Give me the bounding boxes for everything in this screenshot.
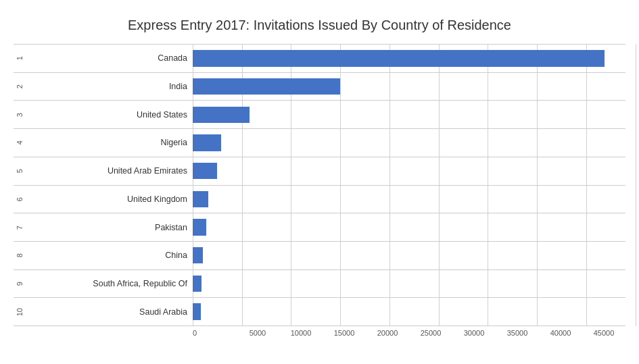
- country-label: United Arab Emirates: [32, 166, 193, 176]
- x-tick: 5000: [236, 329, 279, 337]
- bar-row: [193, 100, 625, 128]
- country-label: China: [32, 251, 193, 260]
- bar: [193, 50, 605, 66]
- bar: [193, 134, 221, 151]
- y-row: 2India: [14, 72, 193, 101]
- x-tick: 30000: [452, 329, 496, 337]
- country-label: Pakistan: [32, 223, 193, 232]
- y-axis-labels: 1Canada2India3United States4Nigeria5Unit…: [14, 44, 193, 326]
- country-label: United States: [32, 110, 193, 120]
- y-row: 10Saudi Arabia: [14, 297, 193, 326]
- bar: [193, 78, 340, 95]
- bar: [193, 107, 250, 123]
- y-row: 5United Arab Emirates: [14, 157, 193, 185]
- y-row: 9South Africa, Republic Of: [14, 269, 193, 298]
- grid-line: [636, 44, 636, 326]
- bars-inner: [193, 44, 625, 326]
- x-tick: 35000: [496, 329, 539, 337]
- country-label: United Kingdom: [32, 194, 193, 204]
- rank-label: 2: [14, 84, 32, 88]
- x-tick: 20000: [366, 329, 409, 337]
- bar: [193, 247, 203, 263]
- rank-label: 5: [14, 169, 32, 173]
- rank-label: 8: [14, 253, 32, 257]
- bar-row: [193, 297, 625, 326]
- bar-row: [193, 185, 625, 213]
- country-label: India: [32, 82, 193, 91]
- bar-row: [193, 44, 625, 72]
- country-label: South Africa, Republic Of: [32, 279, 193, 288]
- rank-label: 9: [14, 282, 32, 286]
- y-row: 8China: [14, 241, 193, 269]
- rank-label: 6: [14, 197, 32, 201]
- bar-row: [193, 241, 625, 269]
- x-tick: 25000: [409, 329, 452, 337]
- y-row: 3United States: [14, 100, 193, 128]
- bar: [193, 303, 201, 319]
- rank-label: 3: [14, 113, 32, 117]
- x-tick: 40000: [539, 329, 582, 337]
- bar: [193, 191, 208, 207]
- bar-row: [193, 157, 625, 185]
- country-label: Nigeria: [32, 138, 193, 147]
- y-row: 4Nigeria: [14, 128, 193, 157]
- country-label: Canada: [32, 53, 193, 63]
- bar-row: [193, 128, 625, 157]
- y-row: 6United Kingdom: [14, 185, 193, 213]
- x-tick: 45000: [582, 329, 625, 337]
- bar-row: [193, 72, 625, 101]
- bar-row: [193, 213, 625, 241]
- rank-label: 4: [14, 140, 32, 145]
- y-row: 7Pakistan: [14, 213, 193, 241]
- x-tick: 0: [193, 329, 236, 337]
- bar-row: [193, 269, 625, 298]
- rank-label: 1: [14, 56, 32, 60]
- chart-container: Express Entry 2017: Invitations Issued B…: [0, 0, 639, 364]
- x-tick: 15000: [323, 329, 366, 337]
- bar: [193, 276, 202, 292]
- chart-title: Express Entry 2017: Invitations Issued B…: [14, 14, 625, 33]
- y-row: 1Canada: [14, 44, 193, 72]
- chart-area: 1Canada2India3United States4Nigeria5Unit…: [14, 44, 625, 326]
- bar: [193, 219, 206, 235]
- bars-section: [193, 44, 625, 326]
- rank-label: 7: [14, 226, 32, 230]
- bar: [193, 163, 217, 179]
- x-axis: 0500010000150002000025000300003500040000…: [193, 326, 625, 337]
- country-label: Saudi Arabia: [32, 307, 193, 317]
- x-tick: 10000: [279, 329, 323, 337]
- rank-label: 10: [14, 308, 32, 316]
